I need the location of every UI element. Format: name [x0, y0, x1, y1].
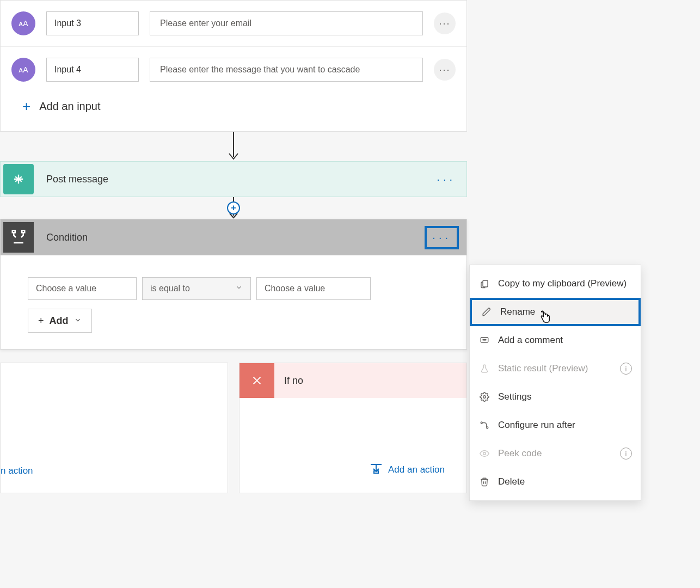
slack-icon	[3, 164, 34, 194]
info-icon[interactable]: i	[620, 448, 632, 460]
condition-menu-button[interactable]: ···	[432, 231, 451, 244]
svg-point-15	[483, 396, 486, 399]
condition-header[interactable]: Condition ···	[1, 219, 466, 255]
plus-icon: +	[38, 315, 44, 327]
plus-icon: +	[22, 98, 30, 115]
input-name-field[interactable]: Input 3	[46, 11, 139, 35]
input-row: ᴀA Input 3 Please enter your email ···	[1, 1, 466, 35]
insert-action-icon	[370, 463, 383, 476]
gear-icon	[478, 392, 490, 402]
cursor-pointer-icon	[539, 310, 551, 328]
if-no-title: If no	[284, 375, 303, 387]
menu-peek-code: Peek code i	[470, 439, 641, 468]
if-yes-branch: n action	[0, 363, 228, 493]
menu-label: Rename	[500, 307, 535, 317]
menu-label: Add a comment	[498, 335, 563, 346]
input-row: ᴀA Input 4 Please enter the message that…	[1, 46, 466, 82]
add-input-button[interactable]: + Add an input	[1, 82, 466, 115]
input-name-field[interactable]: Input 4	[46, 58, 139, 82]
svg-point-18	[483, 452, 486, 455]
text-input-icon: ᴀA	[11, 11, 35, 35]
svg-point-17	[487, 427, 488, 428]
flow-canvas: ᴀA Input 3 Please enter your email ··· ᴀ…	[0, 0, 467, 588]
menu-label: Copy to my clipboard (Preview)	[498, 278, 627, 289]
menu-label: Delete	[498, 476, 525, 487]
menu-settings[interactable]: Settings	[470, 383, 641, 411]
menu-label: Configure run after	[498, 420, 575, 431]
clipboard-icon	[478, 279, 490, 289]
svg-point-12	[483, 340, 484, 341]
insert-step-connector: +	[0, 197, 467, 219]
connector-arrow	[0, 132, 467, 161]
chevron-down-icon	[235, 284, 243, 293]
if-no-header[interactable]: If no	[240, 363, 466, 398]
svg-rect-3	[22, 231, 24, 233]
svg-point-14	[486, 340, 487, 341]
menu-label: Static result (Preview)	[498, 363, 588, 374]
pencil-icon	[481, 307, 493, 317]
input-prompt-field[interactable]: Please enter your email	[150, 11, 423, 35]
add-input-label: Add an input	[39, 100, 100, 113]
if-no-branch: If no Add an action	[239, 363, 467, 493]
condition-title: Condition	[46, 232, 415, 243]
svg-point-13	[484, 340, 485, 341]
insert-step-button[interactable]: +	[227, 201, 240, 215]
condition-expression-row: Choose a value is equal to Choose a valu…	[28, 277, 371, 300]
post-message-title: Post message	[46, 174, 427, 185]
menu-copy-clipboard[interactable]: Copy to my clipboard (Preview)	[470, 270, 641, 298]
menu-static-result: Static result (Preview) i	[470, 354, 641, 383]
input-row-menu-button[interactable]: ···	[434, 59, 456, 81]
menu-rename[interactable]: Rename	[470, 298, 641, 326]
text-input-icon: ᴀA	[11, 58, 35, 82]
menu-add-comment[interactable]: Add a comment	[470, 326, 641, 354]
eye-icon	[478, 449, 490, 458]
menu-run-after[interactable]: Configure run after	[470, 411, 641, 439]
comment-icon	[478, 335, 490, 345]
svg-rect-10	[483, 280, 488, 287]
post-message-card[interactable]: Post message ···	[0, 161, 467, 197]
trash-icon	[478, 477, 490, 487]
chevron-down-icon	[74, 315, 82, 327]
condition-left-value[interactable]: Choose a value	[28, 277, 137, 300]
condition-branches: n action If no Add an action	[0, 363, 467, 493]
flask-icon	[478, 364, 490, 373]
add-action-label: Add an action	[388, 464, 445, 475]
input-row-menu-button[interactable]: ···	[434, 13, 456, 34]
menu-label: Peek code	[498, 448, 542, 459]
add-label: Add	[50, 315, 69, 327]
trigger-card: ᴀA Input 3 Please enter your email ··· ᴀ…	[0, 0, 467, 132]
condition-right-value[interactable]: Choose a value	[256, 277, 371, 300]
flow-icon	[478, 420, 490, 430]
condition-body: Choose a value is equal to Choose a valu…	[1, 255, 466, 349]
svg-point-16	[481, 422, 482, 424]
condition-operator-dropdown[interactable]: is equal to	[142, 277, 251, 300]
context-menu: Copy to my clipboard (Preview) Rename Ad…	[469, 265, 641, 501]
info-icon[interactable]: i	[620, 363, 632, 375]
menu-delete[interactable]: Delete	[470, 468, 641, 496]
add-action-link[interactable]: n action	[1, 465, 33, 476]
add-action-link[interactable]: Add an action	[370, 463, 445, 476]
menu-label: Settings	[498, 391, 531, 402]
condition-card: Condition ··· Choose a value is equal to…	[0, 219, 467, 350]
condition-add-button[interactable]: + Add	[28, 309, 92, 333]
highlighted-menu-button: ···	[425, 226, 459, 249]
post-message-menu-button[interactable]: ···	[437, 173, 456, 186]
close-icon	[240, 363, 274, 398]
operator-label: is equal to	[150, 284, 190, 293]
input-prompt-field[interactable]: Please enter the message that you want t…	[150, 58, 423, 82]
svg-rect-2	[13, 231, 15, 233]
condition-icon	[3, 222, 34, 253]
